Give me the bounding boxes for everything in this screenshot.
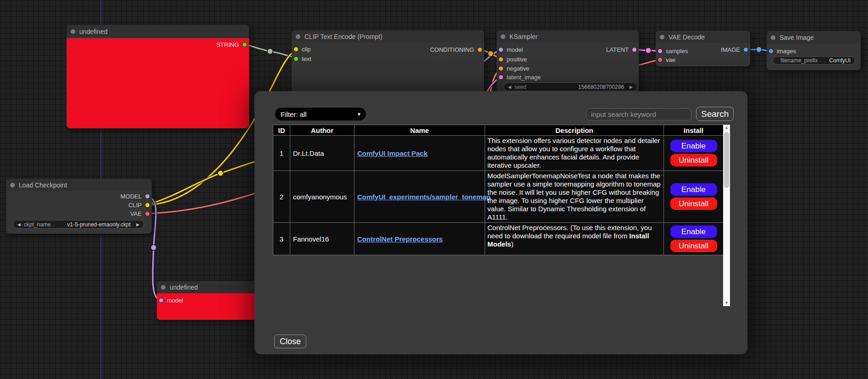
port-label: CLIP	[128, 202, 142, 209]
widget-label: filename_prefix	[780, 57, 818, 64]
cell-description: This extension offers various detector n…	[485, 136, 664, 171]
VAE-output-port[interactable]	[145, 211, 150, 216]
samples-input-port[interactable]	[658, 49, 663, 54]
extension-manager-dialog: Filter: all ▾ Search IDAuthorNameDescrip…	[254, 91, 747, 354]
node-title: Load Checkpoint	[19, 181, 67, 189]
widget-label: ckpt_name	[24, 221, 51, 228]
input-port-row: clip	[293, 45, 314, 53]
latent_image-input-port[interactable]	[498, 75, 503, 80]
widget-value: v1-5-pruned-emaonly.ckpt	[67, 221, 131, 228]
clip-input-port[interactable]	[293, 47, 299, 52]
widget-label: seed	[514, 84, 526, 90]
CONDITIONING-output-port[interactable]	[477, 47, 482, 52]
node-collapse-dot[interactable]	[660, 35, 664, 39]
cell-name: ControlNet Preprocessors	[354, 223, 485, 255]
input-port-row: images	[768, 47, 799, 55]
STRING-output-port[interactable]	[242, 42, 247, 47]
enable-button[interactable]: Enable	[670, 183, 717, 196]
images-input-port[interactable]	[768, 49, 774, 54]
port-label: samples	[666, 48, 688, 55]
filter-dropdown[interactable]: Filter: all ▾	[275, 108, 366, 121]
MODEL-output-port[interactable]	[145, 194, 150, 199]
scrollbar-thumb[interactable]	[724, 132, 729, 188]
port-label: MODEL	[121, 193, 142, 200]
node-collapse-dot[interactable]	[296, 34, 300, 39]
IMAGE-output-port[interactable]	[743, 47, 748, 52]
seed-widget[interactable]: ◀seed156680208700286▶	[503, 82, 637, 91]
positive-input-port[interactable]	[498, 57, 503, 62]
node-header: undefined	[66, 25, 249, 38]
cell-id: 1	[273, 136, 290, 171]
input-port-row: text	[293, 55, 315, 62]
chevron-down-icon: ▾	[358, 111, 360, 117]
text-input-port[interactable]	[293, 56, 299, 61]
node-title: undefined	[79, 28, 108, 35]
cell-description: ModelSamplerTonemapNoiseTest a node that…	[485, 171, 664, 223]
output-port-row: MODEL	[117, 192, 150, 200]
input-port-row: negative	[498, 65, 532, 72]
model-input-port[interactable]	[498, 47, 503, 52]
search-input[interactable]	[586, 108, 691, 121]
extension-link[interactable]: ControlNet Preprocessors	[357, 235, 443, 243]
uninstall-button[interactable]: Uninstall	[670, 240, 717, 252]
node-collapse-dot[interactable]	[71, 29, 75, 34]
port-label: CONDITIONING	[430, 46, 474, 53]
table-scrollbar[interactable]: ▲ ▼	[723, 125, 730, 306]
node-collapse-dot[interactable]	[501, 34, 505, 39]
cell-author: Fannovel16	[290, 223, 354, 255]
uninstall-button[interactable]: Uninstall	[670, 154, 717, 166]
enable-button[interactable]: Enable	[670, 140, 717, 152]
output-port-row: STRING	[213, 41, 247, 48]
node-vae-decode[interactable]: VAE DecodesamplesvaeIMAGE	[656, 31, 750, 66]
node-undefined-top[interactable]: undefinedSTRING	[66, 25, 249, 128]
arrow-left-icon[interactable]: ◀	[17, 222, 21, 227]
scroll-up-icon[interactable]: ▲	[723, 125, 730, 131]
widget-right: 156680208700286▶	[578, 84, 633, 90]
node-collapse-dot[interactable]	[10, 183, 15, 187]
cell-id: 2	[273, 171, 290, 223]
extension-link[interactable]: ComfyUI_experiments/sampler_tonemap	[357, 193, 491, 201]
extension-link[interactable]: ComfyUI Impact Pack	[357, 149, 427, 157]
output-port-row: CONDITIONING	[427, 46, 482, 53]
port-label: IMAGE	[721, 46, 740, 53]
search-button[interactable]: Search	[696, 107, 734, 121]
table-row: 2comfyanonymousComfyUI_experiments/sampl…	[273, 171, 724, 223]
uninstall-button[interactable]: Uninstall	[670, 198, 717, 210]
filename_prefix-widget[interactable]: filename_prefixComfyUI	[773, 56, 855, 65]
column-header-author: Author	[290, 125, 354, 136]
LATENT-output-port[interactable]	[632, 47, 637, 52]
widget-left: filename_prefix	[777, 57, 821, 64]
node-collapse-dot[interactable]	[771, 35, 775, 40]
ckpt_name-widget[interactable]: ◀ckpt_namev1-5-pruned-emaonly.ckpt▶	[13, 220, 144, 229]
node-load-checkpoint[interactable]: Load CheckpointMODELCLIPVAE◀ckpt_namev1-…	[6, 179, 152, 234]
port-label: images	[777, 48, 796, 55]
scroll-down-icon[interactable]: ▼	[723, 300, 730, 306]
table-row: 1Dr.Lt.DataComfyUI Impact PackThis exten…	[273, 136, 724, 171]
node-clip-text-encode[interactable]: CLIP Text Encode (Prompt)cliptextCONDITI…	[292, 30, 484, 99]
vae-input-port[interactable]	[658, 57, 663, 62]
port-label: VAE	[130, 210, 142, 217]
node-undefined-bottom[interactable]: undefinedmodel	[157, 281, 259, 320]
widget-left: ◀ckpt_name	[17, 221, 54, 228]
arrow-left-icon[interactable]: ◀	[508, 85, 511, 89]
node-collapse-dot[interactable]	[161, 285, 166, 290]
widget-value: ComfyUI	[829, 57, 851, 64]
output-port-row: IMAGE	[718, 46, 748, 53]
node-save-image[interactable]: Save Imageimagesfilename_prefixComfyUI	[767, 31, 861, 70]
node-title: undefined	[170, 284, 198, 291]
column-header-id: ID	[273, 125, 290, 136]
close-button[interactable]: Close	[274, 335, 306, 348]
port-label: clip	[302, 46, 311, 53]
arrow-right-icon[interactable]: ▶	[630, 85, 633, 89]
CLIP-output-port[interactable]	[145, 203, 150, 208]
model-input-port[interactable]	[159, 298, 164, 303]
enable-button[interactable]: Enable	[670, 225, 717, 238]
node-ksampler[interactable]: KSamplermodelpositivenegativelatent_imag…	[497, 30, 639, 94]
port-label: latent_image	[507, 74, 541, 81]
arrow-right-icon[interactable]: ▶	[136, 222, 139, 227]
node-title: Save Image	[780, 34, 814, 41]
node-header: CLIP Text Encode (Prompt)	[292, 30, 484, 43]
cell-install: EnableUninstall	[664, 171, 724, 223]
node-title: KSampler	[509, 33, 537, 40]
negative-input-port[interactable]	[498, 66, 503, 71]
